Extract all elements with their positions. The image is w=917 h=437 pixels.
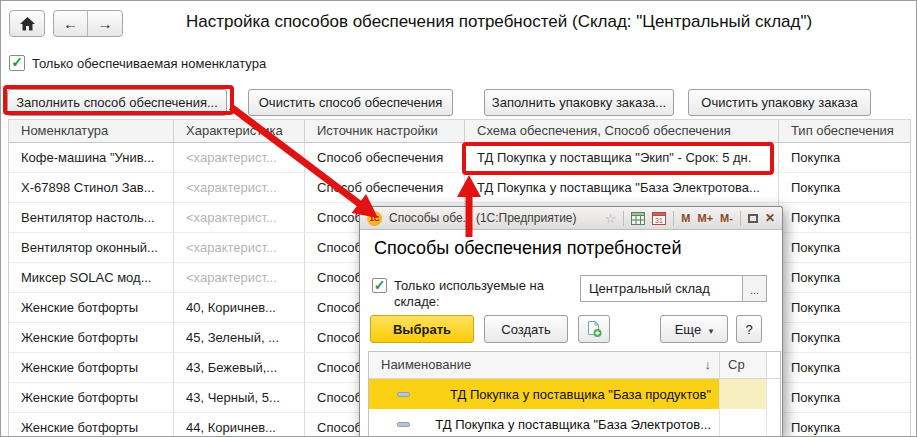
cell-characteristic[interactable]: <характерист... bbox=[174, 263, 305, 293]
clear-package-button[interactable]: Очистить упаковку заказа bbox=[688, 89, 871, 116]
list-item-term[interactable] bbox=[719, 409, 766, 437]
cell-source[interactable]: Способ обеспечения bbox=[305, 173, 465, 203]
supply-methods-list: Наименование ↓ Ср ТД Покупка у поставщик… bbox=[368, 351, 781, 437]
filter-row: ✓ Только обеспечиваемая номенклатура bbox=[9, 55, 266, 71]
cell-name[interactable]: Вентилятор настоль... bbox=[9, 203, 174, 233]
col-nomenclature[interactable]: Номенклатура bbox=[9, 120, 174, 142]
warehouse-picker-button[interactable]: ... bbox=[743, 275, 767, 302]
only-used-checkbox[interactable]: ✓ bbox=[372, 278, 387, 293]
table-row[interactable]: Кофе-машина "Унив... <характерист... Спо… bbox=[9, 143, 910, 173]
cell-type[interactable]: Покупка bbox=[779, 203, 911, 233]
dialog-titlebar[interactable]: 1С Способы обе... (1С:Предприятие) ☆ 31 bbox=[360, 207, 782, 230]
dash-icon bbox=[397, 392, 410, 397]
col-characteristic[interactable]: Характеристика bbox=[174, 120, 305, 142]
cell-type[interactable]: Покупка bbox=[779, 233, 911, 263]
cell-characteristic[interactable]: <характерист... bbox=[174, 203, 305, 233]
cell-characteristic[interactable]: 44, Коричнев... bbox=[174, 413, 305, 437]
only-used-label: Только используемые на складе: bbox=[394, 278, 569, 310]
clear-method-button[interactable]: Очистить способ обеспечения bbox=[248, 89, 453, 116]
app-window: ← → Настройка способов обеспечения потре… bbox=[0, 0, 917, 437]
only-provided-checkbox[interactable]: ✓ bbox=[9, 55, 25, 71]
scrollbar-strip[interactable] bbox=[766, 352, 780, 378]
memory-button[interactable]: M bbox=[681, 212, 690, 224]
list-item-term[interactable] bbox=[719, 379, 766, 409]
home-button[interactable] bbox=[9, 10, 45, 37]
fill-method-button[interactable]: Заполнить способ обеспечения... bbox=[7, 89, 227, 116]
scrollbar-strip[interactable] bbox=[766, 379, 780, 409]
list-item[interactable]: ТД Покупка у поставщика "База Электротов… bbox=[369, 409, 780, 437]
cell-characteristic[interactable]: 45, Зеленый, ... bbox=[174, 323, 305, 353]
table-row[interactable]: Х-67898 Стинол Зав... <характерист... Сп… bbox=[9, 173, 910, 203]
cell-name[interactable]: Женские ботфорты bbox=[9, 413, 174, 437]
forward-button[interactable]: → bbox=[88, 11, 122, 36]
memory-plus-button[interactable]: M+ bbox=[698, 212, 714, 224]
cell-type[interactable]: Покупка bbox=[779, 353, 911, 383]
cell-type[interactable]: Покупка bbox=[779, 383, 911, 413]
memory-minus-button[interactable]: M- bbox=[720, 212, 733, 224]
back-button[interactable]: ← bbox=[54, 11, 88, 36]
cell-characteristic[interactable]: <характерист... bbox=[174, 173, 305, 203]
divider bbox=[623, 211, 624, 226]
divider bbox=[673, 211, 674, 226]
list-item-name[interactable]: ТД Покупка у поставщика "База Электротов… bbox=[369, 409, 719, 437]
cell-type[interactable]: Покупка bbox=[779, 143, 911, 173]
cell-name[interactable]: Женские ботфорты bbox=[9, 293, 174, 323]
list-item-selected[interactable]: ТД Покупка у поставщика "База продуктов" bbox=[369, 379, 780, 409]
cell-characteristic[interactable]: 43, Бежевый,... bbox=[174, 353, 305, 383]
col-scheme[interactable]: Схема обеспечения, Способ обеспечения bbox=[465, 120, 779, 142]
list-col-name[interactable]: Наименование ↓ bbox=[369, 352, 719, 378]
close-icon[interactable]: ✕ bbox=[765, 211, 775, 225]
dialog-title: Способы обе... (1С:Предприятие) bbox=[389, 211, 577, 225]
new-document-icon bbox=[586, 321, 602, 338]
warehouse-input[interactable] bbox=[580, 275, 743, 302]
cell-scheme[interactable]: ТД Покупка у поставщика "Экип" - Срок: 5… bbox=[465, 143, 779, 173]
help-button[interactable]: ? bbox=[736, 315, 762, 343]
cell-name[interactable]: Х-67898 Стинол Зав... bbox=[9, 173, 174, 203]
calendar-icon[interactable]: 31 bbox=[652, 211, 666, 225]
favorite-star-icon[interactable]: ☆ bbox=[605, 212, 617, 225]
list-item-name[interactable]: ТД Покупка у поставщика "База продуктов" bbox=[369, 379, 719, 409]
create-new-group-button[interactable] bbox=[578, 315, 610, 343]
divider bbox=[740, 211, 741, 226]
cell-name[interactable]: Кофе-машина "Унив... bbox=[9, 143, 174, 173]
cell-scheme[interactable]: ТД Покупка у поставщика "База Электротов… bbox=[465, 173, 779, 203]
cell-name[interactable]: Вентилятор оконный... bbox=[9, 233, 174, 263]
cell-name[interactable]: Женские ботфорты bbox=[9, 323, 174, 353]
history-nav: ← → bbox=[53, 10, 123, 37]
cell-name[interactable]: Миксер SOLAC мод... bbox=[9, 263, 174, 293]
create-button[interactable]: Создать bbox=[484, 315, 568, 343]
back-icon: ← bbox=[63, 15, 78, 32]
cell-source[interactable]: Способ обеспечения bbox=[305, 143, 465, 173]
forward-icon: → bbox=[98, 15, 113, 32]
fill-package-button[interactable]: Заполнить упаковку заказа... bbox=[484, 89, 674, 116]
cell-type[interactable]: Покупка bbox=[779, 173, 911, 203]
cell-characteristic[interactable]: 43, Черный, 5... bbox=[174, 383, 305, 413]
list-col-term[interactable]: Ср bbox=[719, 352, 766, 378]
col-type[interactable]: Тип обеспечения bbox=[779, 120, 911, 142]
cell-type[interactable]: Покупка bbox=[779, 293, 911, 323]
dialog-filter: ✓ Только используемые на складе: bbox=[372, 278, 569, 310]
cell-characteristic[interactable]: 40, Коричнев... bbox=[174, 293, 305, 323]
only-provided-label: Только обеспечиваемая номенклатура bbox=[32, 56, 266, 71]
scrollbar-strip[interactable] bbox=[766, 409, 780, 437]
col-source[interactable]: Источник настройки bbox=[305, 120, 465, 142]
more-button[interactable]: Еще ▾ bbox=[660, 315, 728, 343]
cell-type[interactable]: Покупка bbox=[779, 263, 911, 293]
dialog-heading: Способы обеспечения потребностей bbox=[374, 238, 681, 259]
warehouse-field-group: ... bbox=[580, 275, 767, 302]
list-item-label: ТД Покупка у поставщика "База Электротов… bbox=[435, 417, 711, 432]
cell-characteristic[interactable]: <характерист... bbox=[174, 233, 305, 263]
calculator-icon[interactable] bbox=[631, 212, 645, 225]
cell-type[interactable]: Покупка bbox=[779, 413, 911, 437]
cell-name[interactable]: Женские ботфорты bbox=[9, 383, 174, 413]
chevron-down-icon: ▾ bbox=[709, 326, 714, 336]
list-header: Наименование ↓ Ср bbox=[369, 352, 780, 379]
svg-text:31: 31 bbox=[655, 217, 663, 224]
cell-type[interactable]: Покупка bbox=[779, 323, 911, 353]
maximize-icon[interactable] bbox=[748, 214, 758, 223]
cell-name[interactable]: Женские ботфорты bbox=[9, 353, 174, 383]
list-item-label: ТД Покупка у поставщика "База продуктов" bbox=[450, 387, 711, 402]
cell-characteristic[interactable]: <характерист... bbox=[174, 143, 305, 173]
dash-icon bbox=[397, 422, 410, 427]
select-button[interactable]: Выбрать bbox=[370, 315, 474, 343]
